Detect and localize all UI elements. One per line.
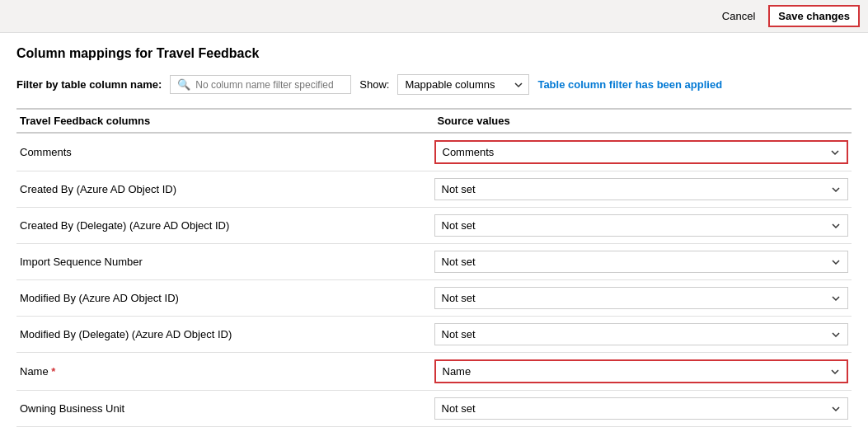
table-header: Travel Feedback columns Source values <box>16 108 852 134</box>
table-row: Modified By (Azure AD Object ID)Not set <box>16 280 852 317</box>
source-select[interactable]: Not set <box>434 214 849 237</box>
column-header-2: Source values <box>434 115 852 127</box>
table-row: Created By (Azure AD Object ID)Not set <box>16 171 852 208</box>
source-select[interactable]: Name <box>434 359 849 383</box>
source-value-cell: Name <box>434 359 852 383</box>
column-name-cell: Created By (Azure AD Object ID) <box>16 183 434 195</box>
source-value-cell: Not set <box>434 214 852 237</box>
filter-input-wrap: 🔍 <box>170 75 351 94</box>
save-button[interactable]: Save changes <box>768 5 860 27</box>
column-name-cell: Name * <box>16 365 434 378</box>
column-name-cell: Import Sequence Number <box>16 256 434 268</box>
source-select-wrap: Not set <box>434 251 849 273</box>
content-area: Column mappings for Travel Feedback Filt… <box>0 33 868 440</box>
source-value-cell: Not set <box>434 287 852 309</box>
source-value-cell: Not set <box>434 251 852 273</box>
column-name-cell: Modified By (Azure AD Object ID) <box>16 292 434 304</box>
source-select-wrap: Not set <box>434 214 849 237</box>
column-name-cell: Owning Business Unit <box>16 402 434 415</box>
table-row: CommentsComments <box>16 134 852 171</box>
source-select[interactable]: Not set <box>434 323 849 345</box>
source-select-wrap: Comments <box>434 140 849 164</box>
filter-input[interactable] <box>195 79 344 91</box>
required-star: * <box>51 365 55 378</box>
source-select-wrap: Name <box>434 359 849 383</box>
filter-label: Filter by table column name: <box>16 78 162 91</box>
source-select[interactable]: Comments <box>434 140 849 164</box>
source-select-wrap: Not set <box>434 397 849 420</box>
filter-bar: Filter by table column name: 🔍 Show: Map… <box>16 74 852 95</box>
search-icon: 🔍 <box>177 78 190 91</box>
table-row: Created By (Delegate) (Azure AD Object I… <box>16 208 852 244</box>
source-value-cell: Not set <box>434 178 852 200</box>
top-bar: Cancel Save changes <box>0 0 868 33</box>
source-value-cell: Comments <box>434 140 852 164</box>
show-select[interactable]: Mappable columnsAll columns <box>397 74 529 95</box>
table-row: Import Sequence NumberNot set <box>16 244 852 280</box>
column-name-cell: Modified By (Delegate) (Azure AD Object … <box>16 328 434 340</box>
source-select-wrap: Not set <box>434 178 849 200</box>
table-body: CommentsCommentsCreated By (Azure AD Obj… <box>16 134 852 427</box>
column-name-cell: Created By (Delegate) (Azure AD Object I… <box>16 219 434 232</box>
column-name-cell: Comments <box>16 146 434 158</box>
source-select[interactable]: Not set <box>434 287 849 309</box>
column-header-1: Travel Feedback columns <box>16 115 434 127</box>
table-row: Owning Business UnitNot set <box>16 391 852 427</box>
source-value-cell: Not set <box>434 397 852 420</box>
source-select-wrap: Not set <box>434 287 849 309</box>
filter-applied-text: Table column filter has been applied <box>537 78 722 91</box>
table-row: Name *Name <box>16 353 852 391</box>
page-title: Column mappings for Travel Feedback <box>16 46 852 61</box>
show-label: Show: <box>359 78 389 91</box>
source-select[interactable]: Not set <box>434 251 849 273</box>
source-select-wrap: Not set <box>434 323 849 345</box>
source-select[interactable]: Not set <box>434 178 849 200</box>
cancel-button[interactable]: Cancel <box>716 7 762 26</box>
source-value-cell: Not set <box>434 323 852 345</box>
source-select[interactable]: Not set <box>434 397 849 420</box>
table-row: Modified By (Delegate) (Azure AD Object … <box>16 317 852 353</box>
